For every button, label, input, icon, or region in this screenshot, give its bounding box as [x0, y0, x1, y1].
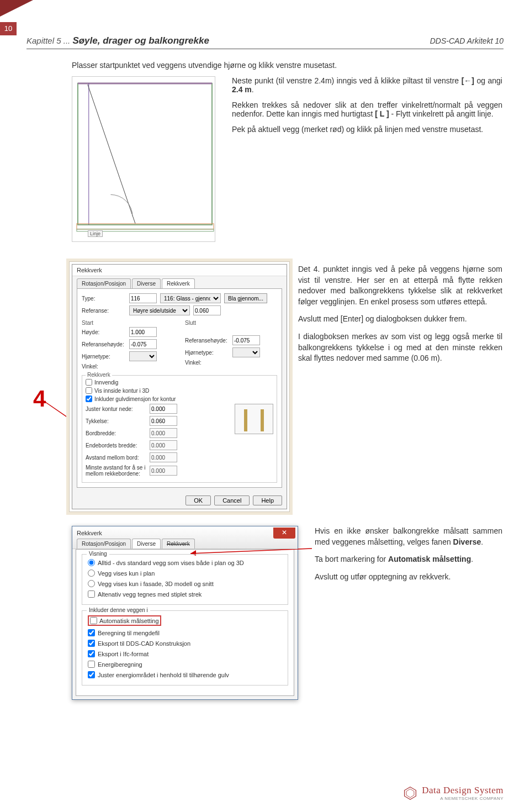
refh-input-2[interactable] — [232, 335, 260, 345]
figure-1-tooltip: Linje — [88, 230, 103, 237]
ok-button[interactable]: OK — [186, 495, 211, 505]
hjtype-label-1: Hjørnetype: — [82, 354, 126, 360]
ref-label: Referanse: — [82, 308, 126, 314]
chk-vis-innside[interactable] — [86, 387, 92, 394]
chk-inkluder-gulv[interactable] — [86, 396, 92, 402]
para3-3: Avslutt og utfør opptegning av rekkverk. — [315, 572, 502, 583]
para-2: Rekken trekkes så nedover slik at den tr… — [232, 101, 502, 118]
intro-text: Plasser startpunktet ved veggens utvendi… — [72, 61, 502, 70]
vinkel-label-1: Vinkel: — [82, 363, 126, 370]
radio-fasade-label: Vegg vises kun i fasade, 3D modell og sn… — [98, 581, 214, 587]
type-select[interactable]: 116: Glass - gjennomsiktig — [160, 293, 221, 303]
start-label: Start — [82, 320, 174, 326]
svg-rect-0 — [78, 83, 212, 225]
browse-button[interactable]: Bla gjennom... — [224, 293, 267, 303]
chk-innvendig[interactable] — [86, 379, 92, 386]
para3-2: Ta bort markering for Automatisk målsett… — [315, 554, 502, 565]
tab2-diverse[interactable]: Diverse — [132, 539, 161, 549]
refh-label-2: Referansehøyde: — [185, 338, 229, 344]
page-corner-decoration — [0, 0, 33, 17]
chk-eksport-dds-label: Eksport til DDS-CAD Konstruksjon — [98, 640, 190, 647]
radio-plan-label: Vegg vises kun i plan — [98, 570, 155, 577]
chk-alternativ-label: Altenativ vegg tegnes med stiplet strek — [98, 591, 202, 598]
doc-title: DDS-CAD Arkitekt 10 — [430, 36, 504, 45]
chk-auto-malsetting[interactable] — [90, 617, 97, 624]
radio-plan[interactable] — [88, 570, 95, 577]
chk-juster-label: Juster energiområdet i henhold til tilhø… — [98, 672, 229, 678]
help-button[interactable]: Help — [253, 495, 282, 505]
vinkel-label-2: Vinkel: — [185, 360, 229, 366]
chk-eksport-ifc-label: Eksport i Ifc-format — [98, 651, 149, 657]
refh-label-1: Referansehøyde: — [82, 341, 126, 347]
hoyde-label: Høyde: — [82, 329, 126, 335]
radio-fasade[interactable] — [88, 580, 95, 587]
juster-input[interactable] — [150, 404, 177, 414]
dialog-title: Rekkverk — [72, 265, 287, 276]
group-rekkverk-title: Rekkverk — [86, 372, 112, 378]
tab2-rotasjon[interactable]: Rotasjon/Posisjon — [77, 539, 131, 549]
para3-1: Hvis en ikke ønsker balkongrekke målsatt… — [315, 526, 502, 547]
para2-3: I dialogboksen merkes av som vist og leg… — [298, 331, 502, 364]
type-code-input[interactable] — [129, 293, 157, 303]
chapter-title: Søyle, drager og balkongrekke — [72, 35, 209, 46]
para-3: Pek på aktuell vegg (merket rød) og klik… — [232, 125, 502, 134]
chk-eksport-ifc[interactable] — [88, 650, 95, 657]
dialog-diverse: Rekkverk ✕ Rotasjon/Posisjon Diverse Rek… — [72, 526, 298, 700]
close-button[interactable]: ✕ — [273, 528, 295, 539]
avstand-input — [150, 452, 177, 462]
chk-beregning[interactable] — [88, 629, 95, 636]
tykkelse-input[interactable] — [150, 416, 177, 426]
chk-energi[interactable] — [88, 661, 95, 668]
page-header: Kapittel 5 ... Søyle, drager og balkongr… — [26, 35, 504, 49]
tab-diverse[interactable]: Diverse — [132, 278, 161, 288]
ref-select[interactable]: Høyre side/utside — [129, 305, 190, 315]
svg-marker-13 — [406, 789, 414, 798]
chk-eksport-dds[interactable] — [88, 640, 95, 647]
bord-input — [150, 428, 177, 438]
preview-image — [235, 404, 273, 434]
chk-beregning-label: Beregning til mengdefil — [98, 630, 160, 636]
hjtype-select-2[interactable] — [232, 347, 260, 357]
ref-num-input[interactable] — [193, 305, 221, 315]
para2-1: Det 4. punktet inngis ved å peke på vegg… — [298, 264, 502, 307]
group-inkluder-title: Inkluder denne veggen i — [87, 607, 150, 613]
dds-logo-icon — [403, 786, 417, 800]
dialog2-title: Rekkverk — [77, 530, 293, 536]
hjtype-select-1[interactable] — [129, 351, 157, 361]
tab-rekkverk[interactable]: Rekkverk — [162, 278, 195, 288]
radio-alltid[interactable] — [88, 559, 95, 566]
brand-sub: A NEMETSCHEK COMPANY — [422, 796, 504, 801]
hoyde-input[interactable] — [129, 327, 157, 337]
tykkelse-label: Tykkelse: — [86, 418, 146, 424]
para-1: Neste punkt (til venstre 2.4m) inngis ve… — [232, 76, 502, 94]
tab2-rekkverk[interactable]: Rekkverk — [162, 539, 195, 549]
dialog-rekkverk: Rekkverk Rotasjon/Posisjon Diverse Rekkv… — [72, 264, 287, 509]
cancel-button[interactable]: Cancel — [214, 495, 250, 505]
chk-juster-energi[interactable] — [88, 671, 95, 678]
refh-input-1[interactable] — [129, 339, 157, 349]
chk-energi-label: Energiberegning — [98, 661, 142, 668]
callout-number-4: 4 — [33, 386, 46, 412]
type-label: Type: — [82, 296, 126, 302]
hjtype-label-2: Hjørnetype: — [185, 350, 229, 356]
minste-input — [150, 466, 177, 476]
page-footer: Data Design System A NEMETSCHEK COMPANY — [26, 785, 504, 801]
group-visning-title: Visning — [87, 551, 109, 557]
brand-name: Data Design System — [422, 785, 504, 795]
chk-alternativ[interactable] — [88, 590, 95, 598]
chk-innvendig-label: Innvendig — [94, 379, 118, 386]
chk-auto-label: Automatisk målsetting — [99, 618, 159, 624]
bord-label: Bordbredde: — [86, 430, 146, 436]
figure-1: Linje — [72, 76, 215, 242]
radio-alltid-label: Alltid - dvs standard vegg som vises båd… — [98, 560, 244, 566]
tab-rotasjon[interactable]: Rotasjon/Posisjon — [77, 278, 131, 288]
highlight-auto-malsetting: Automatisk målsetting — [88, 615, 161, 626]
avstand-label: Avstand mellom bord: — [86, 455, 146, 461]
juster-label: Juster kontur nede: — [86, 406, 146, 412]
para2-2: Avslutt med [Enter] og dialogboksen dukk… — [298, 314, 502, 325]
page-number: 10 — [0, 22, 17, 35]
chapter-label: Kapittel 5 ... — [26, 36, 72, 45]
minste-label: Minste avstand for å se i mellom rekkebo… — [86, 465, 146, 477]
chk-vis-label: Vis innside kontur i 3D — [94, 388, 149, 394]
svg-line-3 — [88, 85, 135, 224]
